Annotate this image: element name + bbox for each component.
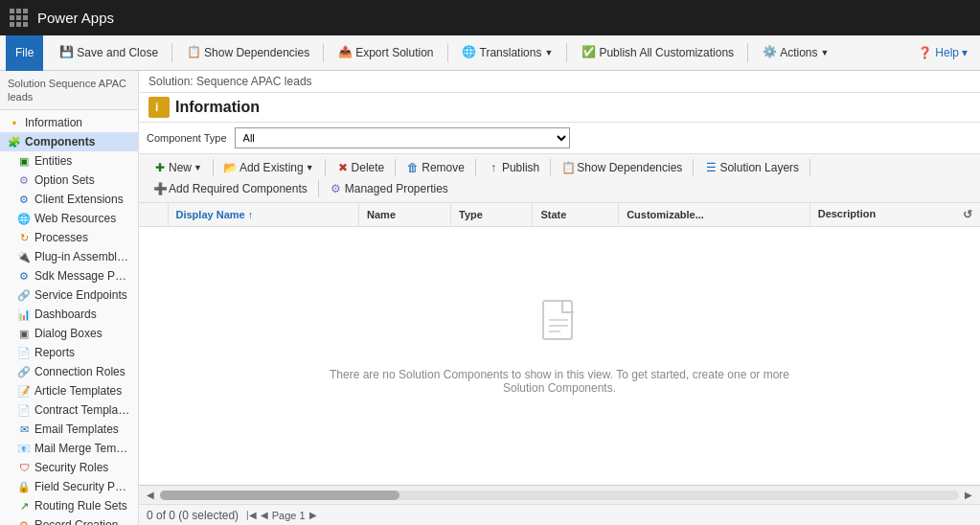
sidebar-item-security-roles[interactable]: 🛡 Security Roles	[10, 458, 138, 477]
solution-title: Information	[175, 99, 260, 116]
managed-props-button[interactable]: ⚙ Managed Properties	[323, 179, 455, 198]
sidebar-icon-web-resources: 🌐	[17, 212, 31, 225]
comp-sep-6	[693, 159, 694, 176]
sidebar-item-entities[interactable]: ▣ Entities	[10, 151, 138, 171]
add-existing-button[interactable]: 📂 Add Existing	[217, 158, 321, 177]
col-display-name[interactable]: Display Name ↑	[168, 203, 359, 227]
sidebar-item-article-templates[interactable]: 📝 Article Templates	[10, 381, 138, 400]
sidebar-label-plug-in-assemblies: Plug-in Assemblies	[34, 250, 130, 263]
sidebar-icon-mail-merge: 📧	[17, 442, 31, 455]
sidebar-header-title: Solution Sequence APAC leads	[8, 78, 126, 103]
sidebar-icon-service-endpoints: 🔗	[17, 288, 31, 302]
show-deps-button[interactable]: 📋 Show Dependencies	[555, 158, 689, 177]
sidebar-label-client-extensions: Client Extensions	[34, 193, 124, 206]
next-page-icon[interactable]: ▶	[309, 510, 317, 520]
sidebar-icon-components: 🧩	[8, 135, 21, 148]
sidebar-label-field-security: Field Security Profiles	[34, 480, 130, 493]
app-title: Power Apps	[37, 10, 114, 26]
scrollbar-thumb	[160, 491, 399, 500]
sidebar-item-record-creation[interactable]: ⚙ Record Creation and U...	[10, 515, 138, 525]
sidebar-item-email-templates[interactable]: ✉ Email Templates	[10, 420, 138, 439]
show-dep-icon: 📋	[186, 45, 201, 60]
sidebar-label-routing-rule-sets: Routing Rule Sets	[34, 499, 127, 513]
sidebar-item-option-sets[interactable]: ⚙ Option Sets	[10, 171, 138, 190]
file-button[interactable]: File	[6, 35, 43, 71]
export-solution-button[interactable]: 📤 Export Solution	[330, 41, 441, 64]
help-dropdown-icon: ▾	[962, 46, 968, 59]
sidebar-item-contract-templates[interactable]: 📄 Contract Templates	[10, 400, 138, 420]
sidebar-item-dialog-boxes[interactable]: ▣ Dialog Boxes	[10, 324, 138, 343]
sidebar-icon-field-security: 🔒	[17, 480, 31, 493]
new-button[interactable]: ✚ New	[147, 158, 209, 177]
delete-icon: ✖	[336, 161, 350, 174]
add-required-button[interactable]: ➕ Add Required Components	[147, 179, 314, 198]
prev-page-icon[interactable]: ◀	[261, 510, 268, 520]
component-type-label: Component Type	[147, 132, 227, 144]
sidebar-label-dialog-boxes: Dialog Boxes	[34, 327, 103, 340]
help-button[interactable]: ❓ Help ▾	[911, 43, 974, 62]
col-state: State	[533, 203, 619, 227]
sidebar-item-dashboards[interactable]: 📊 Dashboards	[10, 305, 138, 324]
solution-layers-icon: ☰	[704, 161, 718, 174]
scroll-left-icon[interactable]: ◀	[145, 490, 156, 500]
sidebar-header: Solution Sequence APAC leads	[0, 71, 138, 110]
sidebar-icon-dialog-boxes: ▣	[17, 327, 31, 340]
sidebar-item-connection-roles[interactable]: 🔗 Connection Roles	[10, 362, 138, 381]
sidebar-item-sdk-message[interactable]: ⚙ Sdk Message Processi...	[10, 266, 138, 285]
solution-header: i Information	[139, 93, 980, 123]
sidebar-label-components: Components	[25, 135, 95, 148]
sidebar-icon-email-templates: ✉	[17, 422, 31, 436]
sidebar-item-processes[interactable]: ↻ Processes	[10, 228, 138, 247]
sidebar-item-field-security[interactable]: 🔒 Field Security Profiles	[10, 477, 138, 496]
translations-button[interactable]: 🌐 Translations	[454, 41, 561, 64]
sidebar-item-components[interactable]: 🧩 Components	[0, 132, 138, 151]
add-existing-icon: 📂	[224, 161, 238, 174]
sidebar-item-routing-rule-sets[interactable]: ↗ Routing Rule Sets	[10, 496, 138, 515]
remove-button[interactable]: 🗑 Remove	[399, 158, 471, 177]
show-deps-icon: 📋	[561, 161, 575, 174]
solution-icon: i	[148, 97, 170, 118]
actions-button[interactable]: ⚙️ Actions	[754, 41, 836, 64]
sidebar-label-security-roles: Security Roles	[34, 461, 108, 474]
sidebar-label-mail-merge: Mail Merge Templates	[34, 442, 130, 455]
publish-icon: ✅	[581, 45, 596, 60]
delete-button[interactable]: ✖ Delete	[330, 158, 392, 177]
sidebar-icon-entities: ▣	[17, 154, 31, 168]
empty-state: There are no Solution Components to show…	[139, 227, 980, 467]
sidebar-item-web-resources[interactable]: 🌐 Web Resources	[10, 209, 138, 228]
sidebar-icon-information: 🔸	[8, 116, 21, 129]
sidebar-item-information[interactable]: 🔸 Information	[0, 113, 138, 132]
sidebar-label-connection-roles: Connection Roles	[34, 365, 125, 378]
first-page-icon[interactable]: |◀	[246, 510, 257, 520]
empty-doc-icon	[536, 299, 583, 356]
comp-sep-5	[550, 159, 551, 176]
save-close-icon: 💾	[58, 45, 74, 60]
bottom-scrollbar-bar: ◀ ▶	[139, 485, 980, 504]
sidebar-item-mail-merge[interactable]: 📧 Mail Merge Templates	[10, 439, 138, 458]
sidebar-label-service-endpoints: Service Endpoints	[34, 288, 127, 302]
app-grid-icon[interactable]	[10, 9, 28, 27]
publish-icon: ↑	[487, 161, 500, 174]
main-layout: Solution Sequence APAC leads 🔸 Informati…	[0, 71, 980, 525]
save-and-close-button[interactable]: 💾 Save and Close	[51, 41, 166, 64]
sidebar-item-plug-in-assemblies[interactable]: 🔌 Plug-in Assemblies	[10, 247, 138, 266]
content-area: Solution: Sequence APAC leads i Informat…	[139, 71, 980, 525]
sidebar-label-web-resources: Web Resources	[34, 212, 116, 225]
solution-layers-button[interactable]: ☰ Solution Layers	[697, 158, 806, 177]
comp-sep-4	[475, 159, 476, 176]
scroll-right-icon[interactable]: ▶	[963, 490, 974, 500]
publish-all-button[interactable]: ✅ Publish All Customizations	[573, 41, 741, 64]
horizontal-scrollbar[interactable]	[160, 491, 959, 500]
sidebar-item-reports[interactable]: 📄 Reports	[10, 343, 138, 362]
show-dependencies-button[interactable]: 📋 Show Dependencies	[178, 41, 317, 64]
footer-nav: |◀ ◀ Page 1 ▶	[246, 510, 316, 521]
comp-sep-3	[395, 159, 396, 176]
component-type-select[interactable]: AllEntitiesOption SetsWeb ResourcesProce…	[235, 127, 570, 148]
refresh-icon[interactable]: ↺	[963, 208, 972, 221]
sidebar-item-client-extensions[interactable]: ⚙ Client Extensions	[10, 190, 138, 209]
publish-button[interactable]: ↑ Publish	[480, 158, 546, 177]
page-label: Page 1	[272, 510, 306, 521]
sidebar-item-service-endpoints[interactable]: 🔗 Service Endpoints	[10, 285, 138, 305]
empty-message: There are no Solution Components to show…	[320, 368, 799, 395]
sidebar-section: 🔸 Information 🧩 Components ▣ Entities ⚙ …	[0, 110, 138, 525]
